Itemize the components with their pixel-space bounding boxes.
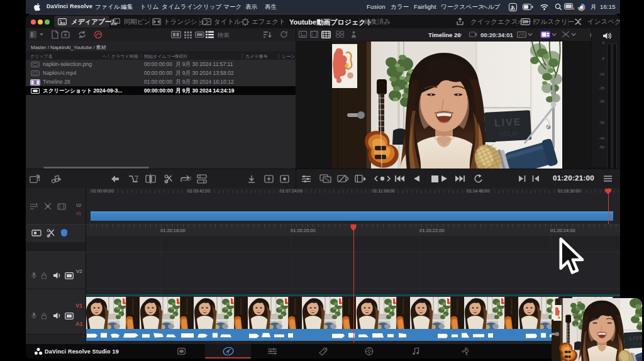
svg-text:T: T bbox=[206, 19, 209, 25]
svg-text:あ: あ bbox=[510, 5, 515, 11]
